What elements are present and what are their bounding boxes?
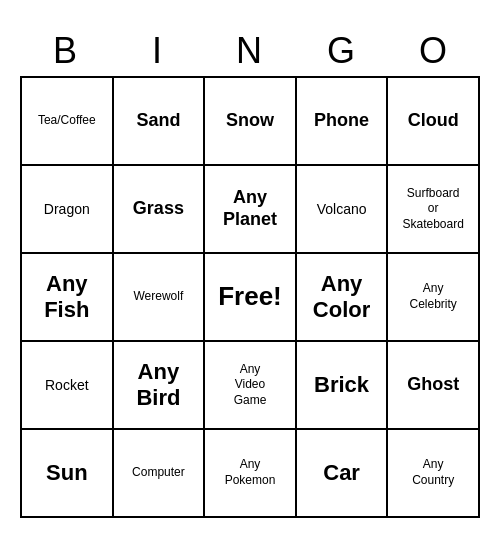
bingo-cell: AnyBird (114, 342, 206, 430)
bingo-cell: Brick (297, 342, 389, 430)
cell-label: AnyBird (136, 359, 180, 412)
cell-label: Sand (136, 110, 180, 132)
bingo-cell: Computer (114, 430, 206, 518)
bingo-cell: Sun (22, 430, 114, 518)
bingo-card: BINGO Tea/CoffeeSandSnowPhoneCloudDragon… (20, 26, 480, 518)
cell-label: AnyFish (44, 271, 89, 324)
cell-label: AnyCountry (412, 457, 454, 488)
cell-label: Car (323, 460, 360, 486)
cell-label: Snow (226, 110, 274, 132)
cell-label: SurfboardorSkateboard (402, 186, 463, 233)
bingo-grid: Tea/CoffeeSandSnowPhoneCloudDragonGrassA… (20, 76, 480, 518)
bingo-cell: Ghost (388, 342, 480, 430)
bingo-cell: Cloud (388, 78, 480, 166)
bingo-cell: Werewolf (114, 254, 206, 342)
cell-label: AnyCelebrity (410, 281, 457, 312)
cell-label: Grass (133, 198, 184, 220)
header-letter: G (296, 26, 388, 76)
bingo-cell: AnyPlanet (205, 166, 297, 254)
cell-label: Rocket (45, 376, 89, 394)
bingo-header: BINGO (20, 26, 480, 76)
cell-label: Volcano (317, 200, 367, 218)
bingo-cell: AnyPokemon (205, 430, 297, 518)
header-letter: B (20, 26, 112, 76)
cell-label: AnyPlanet (223, 187, 277, 230)
cell-label: AnyPokemon (225, 457, 276, 488)
cell-label: AnyColor (313, 271, 370, 324)
bingo-cell: Grass (114, 166, 206, 254)
bingo-cell: Tea/Coffee (22, 78, 114, 166)
header-letter: N (204, 26, 296, 76)
cell-label: Werewolf (133, 289, 183, 305)
bingo-cell: Free! (205, 254, 297, 342)
bingo-cell: AnyColor (297, 254, 389, 342)
cell-label: Dragon (44, 200, 90, 218)
bingo-cell: Car (297, 430, 389, 518)
header-letter: O (388, 26, 480, 76)
cell-label: Brick (314, 372, 369, 398)
bingo-cell: Sand (114, 78, 206, 166)
bingo-cell: Rocket (22, 342, 114, 430)
bingo-cell: AnyVideoGame (205, 342, 297, 430)
cell-label: Ghost (407, 374, 459, 396)
cell-label: Free! (218, 280, 282, 314)
cell-label: Computer (132, 465, 185, 481)
cell-label: Sun (46, 460, 88, 486)
cell-label: Tea/Coffee (38, 113, 96, 129)
bingo-cell: Volcano (297, 166, 389, 254)
bingo-cell: Snow (205, 78, 297, 166)
cell-label: Cloud (408, 110, 459, 132)
bingo-cell: AnyCelebrity (388, 254, 480, 342)
header-letter: I (112, 26, 204, 76)
bingo-cell: AnyCountry (388, 430, 480, 518)
cell-label: Phone (314, 110, 369, 132)
bingo-cell: Phone (297, 78, 389, 166)
bingo-cell: AnyFish (22, 254, 114, 342)
cell-label: AnyVideoGame (234, 362, 267, 409)
bingo-cell: Dragon (22, 166, 114, 254)
bingo-cell: SurfboardorSkateboard (388, 166, 480, 254)
